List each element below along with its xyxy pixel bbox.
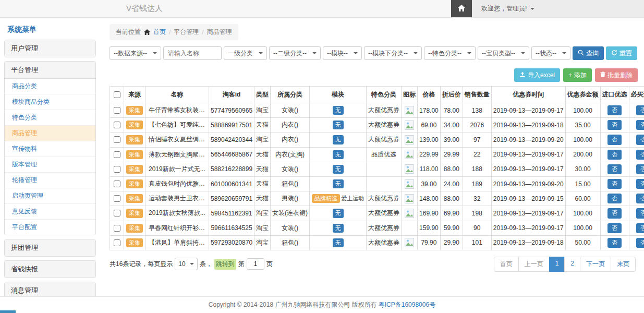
must-buy-button[interactable]: 否 bbox=[636, 135, 644, 145]
icon-cell bbox=[402, 191, 418, 206]
sidebar-group-header[interactable]: 拼团管理 bbox=[5, 239, 95, 256]
import-select-cell: 否 bbox=[600, 162, 629, 176]
filter-select[interactable]: --特色分类-- bbox=[424, 46, 476, 60]
must-buy-button[interactable]: 否 bbox=[636, 150, 644, 160]
import-select-button[interactable]: 否 bbox=[607, 238, 622, 248]
must-buy-button[interactable]: 否 bbox=[636, 105, 644, 115]
per-page-select[interactable]: 10 bbox=[175, 258, 197, 270]
filter-select[interactable]: --模块下分类-- bbox=[364, 46, 422, 60]
sidebar-group-header[interactable]: 平台管理 bbox=[5, 62, 95, 78]
row-checkbox[interactable] bbox=[114, 166, 120, 173]
row-checkbox[interactable] bbox=[114, 210, 120, 216]
sidebar-subitem[interactable]: 商品分类 bbox=[5, 79, 95, 94]
page-button[interactable]: 1 bbox=[549, 257, 565, 272]
filter-select[interactable]: --二级分类-- bbox=[269, 46, 321, 60]
filter-select[interactable]: --状态-- bbox=[531, 46, 570, 60]
products-table: 来源名称淘客id类型所属分类模块特色分类图标价格折后价销售数量优惠券时间优惠券金… bbox=[110, 86, 644, 250]
row-checkbox[interactable] bbox=[114, 136, 120, 143]
sidebar-subitem[interactable]: 轮播管理 bbox=[5, 173, 95, 188]
row-checkbox[interactable] bbox=[114, 225, 120, 232]
import-select-button[interactable]: 否 bbox=[607, 150, 622, 160]
filter-select[interactable]: 一级分类 bbox=[224, 46, 267, 60]
page-button[interactable]: 上一页 bbox=[518, 257, 550, 272]
must-buy-button[interactable]: 否 bbox=[636, 164, 644, 174]
source-badge: 采集 bbox=[126, 165, 143, 174]
import-select-cell: 否 bbox=[600, 103, 629, 118]
source-badge: 采集 bbox=[126, 106, 143, 115]
chevron-down-icon bbox=[521, 52, 525, 54]
batch-delete-button[interactable]: 批量删除 bbox=[595, 68, 638, 82]
add-button[interactable]: + 添加 bbox=[563, 68, 592, 82]
import-select-button[interactable]: 否 bbox=[607, 105, 622, 115]
row-checkbox[interactable] bbox=[114, 180, 120, 187]
row-checkbox[interactable] bbox=[114, 107, 120, 114]
must-buy-button[interactable]: 否 bbox=[636, 238, 644, 248]
source-cell: 采集 bbox=[124, 206, 145, 221]
upload-icon bbox=[519, 71, 526, 79]
search-button[interactable]: 查询 bbox=[573, 46, 604, 60]
home-button[interactable] bbox=[451, 0, 472, 17]
filter-select[interactable]: --宝贝类型-- bbox=[478, 46, 529, 60]
jump-page-input[interactable] bbox=[247, 258, 264, 270]
sidebar-subitem[interactable]: 模块商品分类 bbox=[5, 94, 95, 110]
module-badge: 无 bbox=[333, 224, 344, 233]
import-select-button[interactable]: 否 bbox=[607, 135, 622, 145]
must-buy-cell: 否 bbox=[629, 176, 644, 191]
import-select-cell: 否 bbox=[600, 133, 629, 147]
import-excel-button[interactable]: 导入excel bbox=[514, 68, 560, 82]
page-button[interactable]: 末页 bbox=[611, 257, 636, 272]
cell-price: 159.90 bbox=[418, 221, 441, 235]
import-select-button[interactable]: 否 bbox=[607, 120, 622, 130]
sidebar-group-header[interactable]: 用户管理 bbox=[5, 40, 95, 57]
must-buy-button[interactable]: 否 bbox=[636, 223, 644, 233]
select-all-checkbox[interactable] bbox=[114, 91, 120, 98]
sidebar-subitem[interactable]: 平台配置 bbox=[5, 220, 95, 235]
filter-select[interactable]: --数据来源-- bbox=[110, 46, 161, 60]
product-thumbnail-icon bbox=[405, 135, 414, 145]
sidebar-subitem[interactable]: 特色分类 bbox=[5, 110, 95, 126]
page-button[interactable]: 下一页 bbox=[580, 257, 611, 272]
copyright-text: Copyright © 2014-2018 广州九驰网络科技有限公司 版权所有 bbox=[209, 300, 377, 309]
cell-category: 内衣() bbox=[271, 118, 310, 133]
must-buy-button[interactable]: 否 bbox=[636, 208, 644, 218]
sidebar-subitem[interactable]: 意见反馈 bbox=[5, 204, 95, 220]
table-header-row: 来源名称淘客id类型所属分类模块特色分类图标价格折后价销售数量优惠券时间优惠券金… bbox=[110, 87, 644, 103]
import-select-button[interactable]: 否 bbox=[607, 223, 622, 233]
icp-link[interactable]: 粤ICP备16098006号 bbox=[379, 300, 435, 309]
filter-select-value: --模块-- bbox=[327, 49, 348, 58]
product-name: 早春网红针织开衫女春... bbox=[145, 221, 209, 235]
sidebar-subitem[interactable]: 商品管理 bbox=[5, 126, 95, 141]
row-checkbox[interactable] bbox=[114, 122, 120, 128]
filter-select[interactable]: --模块-- bbox=[323, 46, 362, 60]
cell-coupon-time: 2019-09-13—2019-09-20 bbox=[491, 133, 565, 147]
row-checkbox[interactable] bbox=[114, 239, 120, 246]
row-checkbox[interactable] bbox=[114, 151, 120, 158]
sidebar-group-header[interactable]: 省钱快报 bbox=[5, 261, 95, 278]
page-button[interactable]: 首页 bbox=[494, 257, 519, 272]
page-button[interactable]: 2 bbox=[564, 257, 580, 272]
sidebar-subitem[interactable]: 宣传物料 bbox=[5, 141, 95, 157]
sidebar-subitem[interactable]: 启动页管理 bbox=[5, 188, 95, 204]
special-category-cell: 大额优惠券 bbox=[367, 206, 402, 221]
must-buy-button[interactable]: 否 bbox=[636, 179, 644, 189]
source-cell: 采集 bbox=[124, 118, 145, 133]
sidebar-subitem[interactable]: 版本管理 bbox=[5, 157, 95, 173]
module-cell: 品牌精选爱上运动 bbox=[310, 191, 367, 206]
source-badge: 采集 bbox=[126, 150, 143, 159]
user-menu[interactable]: 欢迎您，管理员! bbox=[472, 0, 644, 17]
row-checkbox-cell bbox=[110, 103, 124, 118]
import-select-button[interactable]: 否 bbox=[607, 179, 622, 189]
row-checkbox[interactable] bbox=[114, 195, 120, 202]
jump-pre-text: 第 bbox=[238, 260, 245, 269]
import-select-button[interactable]: 否 bbox=[607, 194, 622, 203]
must-buy-button[interactable]: 否 bbox=[636, 120, 644, 130]
module-cell: 无 bbox=[310, 118, 367, 133]
import-select-button[interactable]: 否 bbox=[607, 208, 622, 218]
breadcrumb-item[interactable]: 首页 bbox=[153, 28, 166, 37]
cell-category: 箱包() bbox=[271, 235, 310, 250]
import-select-button[interactable]: 否 bbox=[607, 164, 622, 174]
reset-button[interactable]: 重置 bbox=[606, 46, 637, 60]
cell-type: 天猫 bbox=[254, 176, 271, 191]
must-buy-button[interactable]: 否 bbox=[636, 194, 644, 203]
name-input[interactable] bbox=[163, 46, 222, 60]
